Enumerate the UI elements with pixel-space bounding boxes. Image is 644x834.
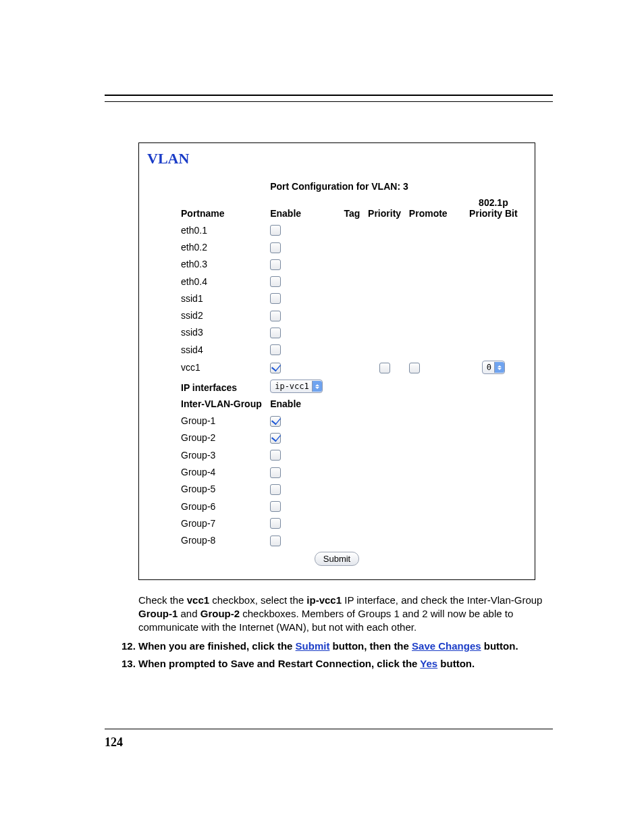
tag-checkbox[interactable] <box>379 363 390 373</box>
port-name: eth0.2 <box>147 238 269 255</box>
group-row: Group-8 <box>147 531 527 548</box>
group-row: Group-1 <box>147 412 527 429</box>
port-name: vcc1 <box>147 358 269 377</box>
enable-checkbox[interactable] <box>270 311 281 321</box>
port-row: eth0.2 <box>147 238 527 255</box>
group-name: Group-1 <box>147 412 269 429</box>
enable-checkbox[interactable] <box>270 293 281 304</box>
port-config-caption: Port Configuration for VLAN: 3 <box>269 178 527 194</box>
submit-link[interactable]: Submit <box>296 640 330 652</box>
group-row: Group-5 <box>147 481 527 498</box>
port-row: vcc10 <box>147 358 527 377</box>
save-changes-link[interactable]: Save Changes <box>412 640 481 652</box>
header-portname: Portname <box>147 194 269 221</box>
enable-checkbox[interactable] <box>270 344 281 355</box>
vlan-panel: VLAN Port Configuration for VLAN: 3 Port… <box>138 142 535 580</box>
inter-vlan-label: Inter-VLAN-Group <box>147 396 269 412</box>
enable-checkbox[interactable] <box>270 225 281 236</box>
step-13: When prompted to Save and Restart Connec… <box>138 656 553 672</box>
group-enable-checkbox[interactable] <box>270 484 281 495</box>
inter-vlan-enable-header: Enable <box>269 396 325 412</box>
port-name: eth0.1 <box>147 221 269 238</box>
port-name: eth0.4 <box>147 273 269 290</box>
vlan-table: Port Configuration for VLAN: 3 Portname … <box>147 178 527 569</box>
enable-checkbox[interactable] <box>270 242 281 253</box>
enable-checkbox[interactable] <box>270 363 281 373</box>
header-priority: Priority <box>361 194 408 221</box>
port-row: eth0.4 <box>147 273 527 290</box>
header-promote: Promote <box>408 194 460 221</box>
footer-rule <box>105 729 553 729</box>
port-row: eth0.1 <box>147 221 527 238</box>
group-name: Group-6 <box>147 498 269 515</box>
dropdown-arrow-icon <box>312 381 322 392</box>
instruction-paragraph: Check the vcc1 checkbox, select the ip-v… <box>138 594 553 635</box>
group-enable-checkbox[interactable] <box>270 416 281 427</box>
port-name: ssid1 <box>147 290 269 307</box>
port-row: ssid4 <box>147 341 527 358</box>
group-name: Group-3 <box>147 446 269 463</box>
port-row: ssid3 <box>147 324 527 341</box>
enable-checkbox[interactable] <box>270 276 281 287</box>
panel-title: VLAN <box>147 150 527 167</box>
group-enable-checkbox[interactable] <box>270 467 281 478</box>
group-row: Group-3 <box>147 446 527 463</box>
ip-interface-value: ip-vcc1 <box>275 381 309 392</box>
page-number: 124 <box>105 735 123 750</box>
top-rule-thin <box>105 101 553 102</box>
submit-button[interactable]: Submit <box>315 552 359 566</box>
port-name: ssid4 <box>147 341 269 358</box>
port-row: eth0.3 <box>147 256 527 273</box>
top-rule-thick <box>105 95 553 96</box>
header-tag: Tag <box>325 194 362 221</box>
header-8021p: 802.1p Priority Bit <box>460 194 527 221</box>
group-name: Group-5 <box>147 481 269 498</box>
group-name: Group-4 <box>147 463 269 480</box>
ip-interface-select[interactable]: ip-vcc1 <box>270 380 323 393</box>
port-row: ssid1 <box>147 290 527 307</box>
enable-checkbox[interactable] <box>270 328 281 338</box>
ip-interfaces-label: IP interfaces <box>147 377 269 396</box>
enable-checkbox[interactable] <box>270 259 281 270</box>
yes-link[interactable]: Yes <box>420 658 437 669</box>
promote-checkbox[interactable] <box>409 363 420 373</box>
group-name: Group-7 <box>147 515 269 531</box>
group-row: Group-2 <box>147 429 527 446</box>
group-name: Group-2 <box>147 429 269 446</box>
steps-list: When you are finished, click the Submit … <box>111 639 553 672</box>
priority-bit-value: 0 <box>487 362 491 373</box>
group-enable-checkbox[interactable] <box>270 433 281 444</box>
port-row: ssid2 <box>147 307 527 323</box>
group-enable-checkbox[interactable] <box>270 518 281 529</box>
port-name: ssid2 <box>147 307 269 323</box>
group-enable-checkbox[interactable] <box>270 450 281 461</box>
priority-bit-select[interactable]: 0 <box>482 361 505 374</box>
port-name: ssid3 <box>147 324 269 341</box>
step-12: When you are finished, click the Submit … <box>138 639 553 654</box>
dropdown-arrow-icon <box>494 362 504 373</box>
group-row: Group-4 <box>147 463 527 480</box>
header-enable: Enable <box>269 194 325 221</box>
group-name: Group-8 <box>147 531 269 548</box>
group-enable-checkbox[interactable] <box>270 536 281 546</box>
port-name: eth0.3 <box>147 256 269 273</box>
group-row: Group-7 <box>147 515 527 531</box>
group-row: Group-6 <box>147 498 527 515</box>
group-enable-checkbox[interactable] <box>270 501 281 512</box>
